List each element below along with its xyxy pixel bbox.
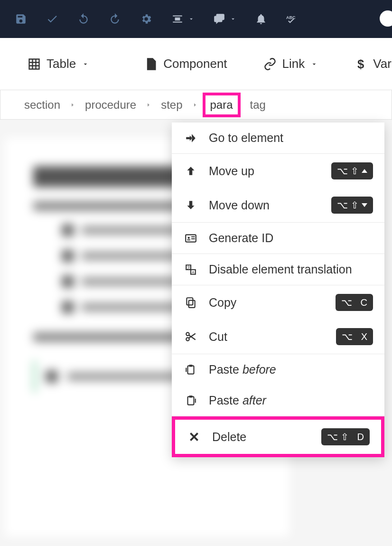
dollar-icon: $ [354, 57, 367, 71]
svg-text:A: A [192, 270, 195, 274]
svg-point-3 [188, 236, 190, 238]
menu-go-to-element[interactable]: Go to element [172, 122, 384, 153]
menu-label: Move down [209, 198, 321, 212]
caret-right-icon [70, 102, 75, 108]
menu-paste-before[interactable]: Paste before [172, 354, 384, 385]
id-card-icon [183, 232, 198, 245]
svg-rect-6 [189, 301, 195, 308]
variable-button[interactable]: $ Variable [345, 52, 392, 76]
arrow-down-icon [183, 199, 198, 211]
menu-label: Paste after [209, 394, 373, 407]
copy-icon [183, 296, 198, 309]
shortcut-badge: ⌥⇧ [331, 162, 373, 179]
crumb-para-highlighted[interactable]: para [203, 93, 241, 117]
menu-label: Delete [212, 430, 311, 444]
context-menu: Go to element Move up ⌥⇧ Move down ⌥⇧ [172, 122, 384, 457]
table-button[interactable]: Table [19, 52, 98, 76]
crumb-step[interactable]: step [156, 95, 187, 114]
layout-icon [171, 12, 184, 26]
svg-rect-10 [188, 366, 194, 374]
shortcut-badge: ⌥⇧ [331, 197, 373, 214]
svg-text:文: 文 [187, 265, 191, 269]
menu-generate-id[interactable]: Generate ID [172, 223, 384, 254]
menu-cut[interactable]: Cut ⌥ X [172, 320, 384, 354]
component-label: Component [163, 56, 227, 71]
crumb-tag[interactable]: tag [245, 95, 271, 114]
breadcrumb: section procedure step para tag [0, 90, 392, 120]
menu-label: Go to element [209, 131, 373, 145]
caret-right-icon [146, 102, 151, 108]
link-label: Link [282, 56, 305, 71]
menu-delete[interactable]: Delete ⌥⇧ D [175, 420, 381, 454]
component-button[interactable]: Component [136, 52, 235, 76]
top-toolbar: ABC [0, 0, 392, 38]
table-icon [28, 57, 41, 71]
crumb-procedure[interactable]: procedure [80, 95, 141, 114]
svg-rect-7 [187, 298, 193, 305]
menu-disable-translation[interactable]: 文A Disable element translation [172, 254, 384, 285]
shortcut-badge: ⌥ X [336, 328, 373, 345]
notifications-bell-icon[interactable] [254, 12, 268, 26]
arrow-up-icon [183, 165, 198, 177]
menu-move-up[interactable]: Move up ⌥⇧ [172, 154, 384, 188]
document-icon [144, 57, 158, 71]
menu-paste-after[interactable]: Paste after [172, 385, 384, 416]
caret-right-icon [192, 102, 198, 108]
close-x-icon [187, 431, 202, 443]
arrow-right-icon [183, 132, 198, 144]
menu-label: Cut [209, 330, 326, 344]
comments-dropdown[interactable] [213, 12, 236, 26]
menu-move-down[interactable]: Move down ⌥⇧ [172, 188, 384, 222]
svg-rect-12 [188, 396, 194, 405]
spellcheck-icon[interactable]: ABC [286, 12, 299, 26]
check-icon[interactable] [46, 12, 59, 26]
settings-gear-icon[interactable] [140, 12, 153, 26]
svg-text:$: $ [357, 57, 364, 71]
svg-rect-2 [186, 235, 196, 242]
svg-text:ABC: ABC [286, 15, 296, 20]
menu-label: Copy [209, 296, 325, 310]
link-button[interactable]: Link [255, 52, 327, 76]
chevron-down-icon [310, 60, 318, 68]
svg-rect-13 [189, 395, 193, 397]
table-label: Table [47, 56, 76, 71]
shortcut-badge: ⌥ C [336, 294, 373, 311]
layout-dropdown[interactable] [171, 12, 195, 26]
redo-icon[interactable] [108, 12, 121, 26]
translation-icon: 文A [183, 264, 198, 276]
paste-before-icon [183, 364, 198, 376]
chevron-down-icon [82, 60, 89, 68]
variable-label: Variable [373, 56, 392, 71]
shortcut-badge: ⌥⇧ D [321, 428, 370, 445]
svg-rect-11 [189, 365, 193, 367]
delete-highlight: Delete ⌥⇧ D [172, 416, 384, 457]
save-icon[interactable] [14, 12, 28, 26]
menu-label: Paste before [209, 363, 373, 377]
paste-after-icon [183, 395, 198, 407]
comments-icon [213, 12, 226, 26]
chevron-down-icon [188, 16, 195, 22]
toggle-pill[interactable] [380, 10, 392, 27]
menu-label: Disable element translation [209, 263, 373, 276]
crumb-section[interactable]: section [19, 95, 65, 114]
undo-icon[interactable] [77, 12, 90, 26]
menu-label: Generate ID [209, 231, 373, 245]
chevron-down-icon [230, 16, 236, 22]
menu-copy[interactable]: Copy ⌥ C [172, 285, 384, 320]
menu-label: Move up [209, 164, 321, 178]
link-icon [263, 57, 277, 71]
secondary-toolbar: Table Component Link $ Variable [0, 38, 392, 90]
scissors-icon [183, 330, 198, 343]
